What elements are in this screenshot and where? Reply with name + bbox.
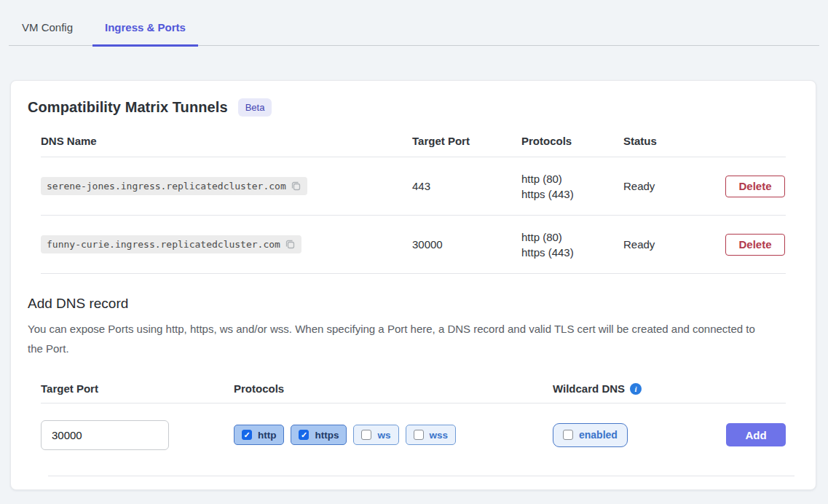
checkbox-icon <box>242 430 252 440</box>
col-header-dns-name: DNS Name <box>41 135 412 147</box>
table-row: serene-jones.ingress.replicatedcluster.c… <box>41 157 786 216</box>
form-header-row: Target Port Protocols Wildcard DNS <box>41 374 786 403</box>
delete-button[interactable]: Delete <box>725 234 785 256</box>
protocol-label: wss <box>430 430 449 441</box>
delete-button[interactable]: Delete <box>725 176 785 197</box>
card-header: Compatibility Matrix Tunnels Beta <box>27 98 800 117</box>
info-icon[interactable] <box>630 383 642 395</box>
protocol-checkbox-http[interactable]: http <box>234 425 284 445</box>
table-row: funny-curie.ingress.replicatedcluster.co… <box>41 216 786 274</box>
checkbox-icon <box>563 430 573 440</box>
protocol-line: http (80) <box>521 229 623 245</box>
form-header-target-port: Target Port <box>41 382 234 395</box>
status-cell: Ready <box>623 180 725 192</box>
wildcard-enabled-checkbox[interactable]: enabled <box>553 423 628 447</box>
protocol-line: http (80) <box>521 171 623 186</box>
protocol-checkbox-group: http https ws wss <box>234 425 553 445</box>
dns-name-pill: funny-curie.ingress.replicatedcluster.co… <box>41 235 301 253</box>
protocol-checkbox-https[interactable]: https <box>291 425 347 445</box>
protocols-cell: http (80) https (443) <box>521 171 623 202</box>
wildcard-enabled-label: enabled <box>579 429 618 441</box>
protocol-checkbox-ws[interactable]: ws <box>353 425 398 445</box>
protocol-line: https (443) <box>521 186 623 202</box>
form-header-wildcard-dns: Wildcard DNS <box>553 382 625 395</box>
protocol-line: https (443) <box>521 245 623 260</box>
protocol-label: http <box>258 430 276 441</box>
target-port-input[interactable] <box>41 420 169 450</box>
protocol-label: ws <box>377 430 390 441</box>
target-port-cell: 30000 <box>412 238 521 251</box>
protocol-label: https <box>315 430 339 441</box>
beta-badge: Beta <box>238 98 272 117</box>
tab-ingress-ports[interactable]: Ingress & Ports <box>92 21 198 47</box>
form-input-row: http https ws wss enabled <box>41 403 786 466</box>
dns-name-text: serene-jones.ingress.replicatedcluster.c… <box>47 181 286 192</box>
copy-icon[interactable] <box>291 181 301 192</box>
protocols-cell: http (80) https (443) <box>521 229 623 260</box>
col-header-status: Status <box>623 135 725 147</box>
form-header-protocols: Protocols <box>234 382 553 395</box>
table-header-row: DNS Name Target Port Protocols Status <box>41 125 786 157</box>
dns-name-pill: serene-jones.ingress.replicatedcluster.c… <box>41 177 307 195</box>
add-dns-record-description: You can expose Ports using http, https, … <box>27 319 764 358</box>
checkbox-icon <box>414 430 424 440</box>
status-cell: Ready <box>623 238 725 251</box>
tunnels-card: Compatibility Matrix Tunnels Beta DNS Na… <box>10 80 816 490</box>
dns-name-text: funny-curie.ingress.replicatedcluster.co… <box>47 239 280 250</box>
copy-icon[interactable] <box>285 239 296 250</box>
bottom-divider <box>48 476 795 476</box>
tab-vm-config[interactable]: VM Config <box>9 21 85 47</box>
tunnels-table: DNS Name Target Port Protocols Status se… <box>41 125 786 274</box>
protocol-checkbox-wss[interactable]: wss <box>406 425 457 445</box>
add-dns-form: Target Port Protocols Wildcard DNS http … <box>41 374 786 476</box>
col-header-target-port: Target Port <box>412 135 521 147</box>
col-header-protocols: Protocols <box>521 135 623 147</box>
add-dns-record-title: Add DNS record <box>27 296 800 312</box>
tab-bar: VM Config Ingress & Ports <box>9 0 819 46</box>
target-port-cell: 443 <box>412 180 521 192</box>
checkbox-icon <box>361 430 371 440</box>
card-title: Compatibility Matrix Tunnels <box>28 99 228 116</box>
add-button[interactable]: Add <box>726 423 786 446</box>
checkbox-icon <box>299 430 309 440</box>
